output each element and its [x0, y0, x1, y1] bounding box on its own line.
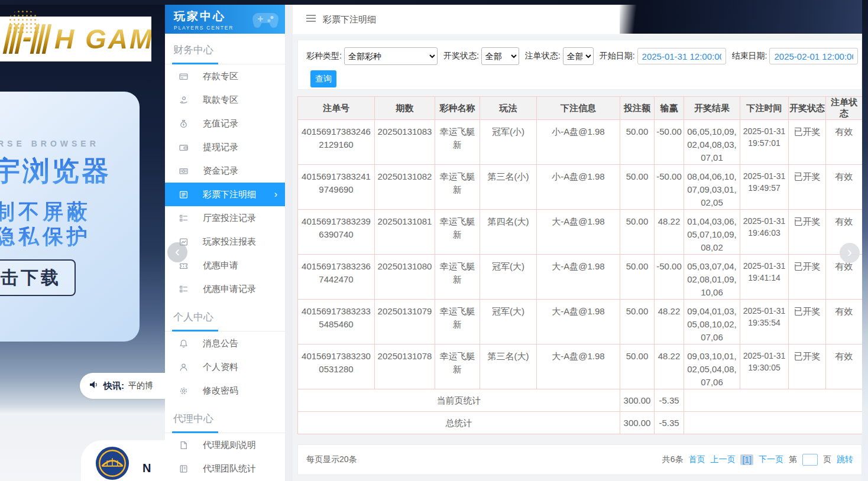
- browser-ad-banner[interactable]: RSE BROWSER 宇浏览器 制不屏蔽 隐私保护 击下载: [0, 92, 140, 342]
- cell-play-type: 冠军(大): [480, 300, 537, 344]
- sidebar-section-title: 代理中心: [165, 402, 285, 433]
- col-draw-result: 开奖结果: [684, 97, 740, 120]
- bank-card-icon: [179, 72, 189, 81]
- gamepad-icon: [250, 8, 281, 30]
- sidebar-item-withdraw-zone[interactable]: 取款专区: [165, 88, 285, 112]
- cell-win-loss: 48.22: [655, 300, 684, 344]
- cell-lottery-name: 幸运飞艇新: [435, 210, 480, 255]
- draw-status-label: 开奖状态:: [443, 51, 479, 61]
- cell-draw-status: 已开奖: [789, 300, 826, 344]
- search-button[interactable]: 查询: [310, 70, 336, 87]
- cell-bet-time: 2025-01-31 19:49:57: [740, 165, 789, 210]
- sidebar-item-recharge-records[interactable]: 充值记录: [165, 112, 285, 135]
- order-status-select[interactable]: 全部: [563, 47, 594, 65]
- players-center-panel: 玩家中心 PLAYERS CENTER 财务中心存款专区取款专区充值记录提现记录…: [165, 5, 862, 481]
- cell-bet-info: 大-A盘@1.98: [537, 344, 620, 389]
- chevron-right-icon: ›: [274, 189, 277, 200]
- bets-table: 注单号期数彩种名称玩法下注信息投注额输赢开奖结果下注时间开奖状态注单状态4015…: [297, 96, 863, 434]
- sidebar-item-agent-rules[interactable]: 代理规则说明: [165, 433, 285, 457]
- pagination-bar: 每页显示20条 共6条 首页 上一页 [1] 下一页 第 页 跳转: [297, 444, 862, 475]
- jump-link[interactable]: 跳转: [837, 454, 853, 465]
- sidebar-item-profile[interactable]: 个人资料: [165, 355, 285, 379]
- cell-win-loss: -50.00: [655, 120, 684, 165]
- cell-play-type: 冠军(大): [480, 255, 537, 300]
- list-check-icon: [179, 213, 189, 223]
- cell-win-loss: 48.22: [655, 344, 684, 389]
- cell-play-type: 第三名(小): [480, 165, 537, 210]
- col-bet-time: 下注时间: [740, 97, 789, 120]
- carousel-prev-button[interactable]: ‹: [167, 242, 187, 262]
- per-page-label: 每页显示20条: [306, 454, 357, 465]
- list-check-icon: [179, 284, 189, 294]
- draw-status-select[interactable]: 全部: [481, 47, 519, 65]
- start-date-input[interactable]: [637, 48, 726, 64]
- brand-logo-text: H GAME: [54, 23, 151, 55]
- sidebar-item-funds-records[interactable]: 资金记录: [165, 159, 285, 183]
- col-order-no: 注单号: [298, 97, 375, 120]
- coupon-icon: [179, 261, 189, 270]
- carousel-next-button[interactable]: ›: [840, 243, 860, 263]
- col-bet-info: 下注信息: [537, 97, 620, 120]
- ledger-icon: [179, 464, 189, 473]
- lottery-type-select[interactable]: 全部彩种: [344, 47, 438, 65]
- total-count-label: 共6条: [662, 454, 684, 465]
- speaker-icon: [89, 380, 99, 392]
- sidebar-item-notices[interactable]: 消息公告: [165, 332, 285, 355]
- col-win-loss: 输赢: [655, 97, 684, 120]
- cell-order-status: 有效: [826, 300, 863, 344]
- hamburger-icon[interactable]: [306, 14, 316, 25]
- cell-draw-result: 05,03,07,04,02,08,01,09,10,06: [684, 255, 740, 300]
- cell-play-type: 第四名(大): [480, 210, 537, 255]
- sidebar-item-change-password[interactable]: 修改密码: [165, 379, 285, 402]
- table-row: 40156917383241974969020250131082幸运飞艇新第三名…: [298, 165, 863, 210]
- sidebar-item-agent-team-stats[interactable]: 代理团队统计: [165, 457, 285, 480]
- screen: H GAME RSE BROWSER 宇浏览器 制不屏蔽 隐私保护 击下载 快讯…: [0, 0, 868, 481]
- page-prefix-label: 第: [789, 454, 797, 465]
- summary-win-loss-total: -5.35: [655, 389, 684, 412]
- sidebar-item-withdraw-records[interactable]: 提现记录: [165, 135, 285, 159]
- cell-draw-result: 09,03,10,01,02,05,04,08,07,06: [684, 344, 740, 389]
- cell-bet-time: 2025-01-31 19:46:03: [740, 210, 789, 255]
- col-order-status: 注单状态: [826, 97, 863, 120]
- col-play-type: 玩法: [480, 97, 537, 120]
- list-detail-icon: [179, 190, 189, 199]
- sidebar-item-hall-bet-records[interactable]: 厅室投注记录: [165, 206, 285, 230]
- cell-bet-info: 大-A盘@1.98: [537, 300, 620, 344]
- sidebar-item-lottery-bet-details[interactable]: 彩票下注明细›: [165, 183, 285, 206]
- summary-win-loss-total: -5.35: [655, 412, 684, 434]
- end-date-input[interactable]: [769, 48, 858, 64]
- ad-line3: 隐私保护: [0, 223, 91, 251]
- cell-order-status: 有效: [826, 120, 863, 165]
- cell-draw-result: 08,04,06,10,07,09,03,01,02,05: [684, 165, 740, 210]
- download-button[interactable]: 击下载: [0, 259, 76, 296]
- site-backdrop: H GAME RSE BROWSER 宇浏览器 制不屏蔽 隐私保护 击下载 快讯…: [0, 0, 165, 481]
- cell-bet-info: 大-A盘@1.98: [537, 255, 620, 300]
- cell-order-status: 有效: [826, 165, 863, 210]
- document-icon: [179, 440, 189, 450]
- team-name-fragment: N: [142, 462, 151, 475]
- cell-win-loss: -50.00: [655, 255, 684, 300]
- page-jump-input[interactable]: [802, 454, 818, 466]
- cell-lottery-name: 幸运飞艇新: [435, 255, 480, 300]
- filter-panel: 彩种类型: 全部彩种 开奖状态: 全部 注单状态: 全部 开始日期:: [297, 40, 862, 90]
- hand-coin-icon: [179, 95, 189, 105]
- money-bag-icon: [179, 119, 189, 128]
- cell-period: 20250131080: [375, 255, 435, 300]
- ticker-label: 快讯:: [103, 381, 124, 392]
- cell-draw-result: 06,05,10,09,02,04,08,03,07,01: [684, 120, 740, 165]
- next-page-link[interactable]: 下一页: [759, 454, 783, 465]
- hero-image-fragment: [620, 0, 868, 34]
- cell-bet-amount: 50.00: [620, 165, 655, 210]
- sidebar-item-promo-apply-records[interactable]: 优惠申请记录: [165, 277, 285, 301]
- prev-page-link[interactable]: 上一页: [710, 454, 735, 465]
- col-period: 期数: [375, 97, 435, 120]
- cell-bet-time: 2025-01-31 19:30:05: [740, 344, 789, 389]
- table-row: 40156917383230053128020250131078幸运飞艇新第三名…: [298, 344, 863, 389]
- basketball-team-logo-icon: [95, 446, 129, 480]
- first-page-link[interactable]: 首页: [688, 454, 705, 465]
- cell-draw-status: 已开奖: [789, 255, 826, 300]
- cell-draw-result: 01,04,03,06,05,07,10,09,08,02: [684, 210, 740, 255]
- main-area: 彩票下注明细 彩种类型: 全部彩种 开奖状态: 全部 注单状态:: [293, 5, 862, 481]
- sidebar-item-deposit-zone[interactable]: 存款专区: [165, 64, 285, 88]
- right-edge-backdrop: [862, 0, 868, 481]
